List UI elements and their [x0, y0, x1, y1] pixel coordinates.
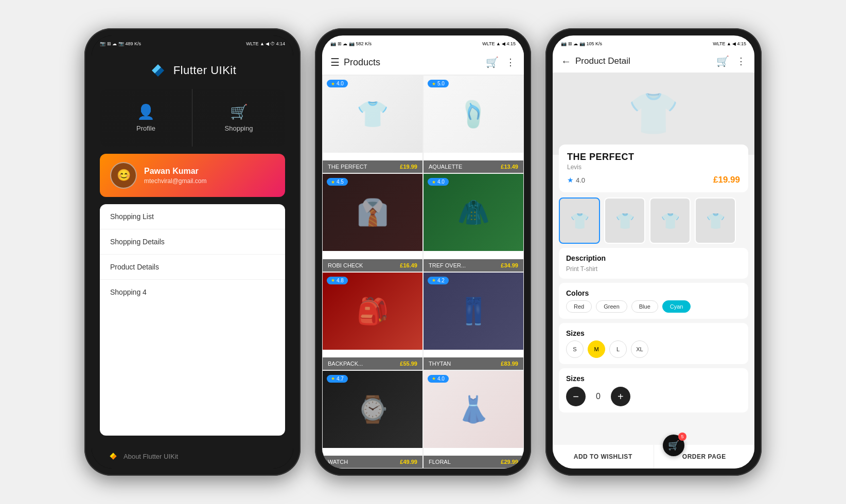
product-hero: 👕 — [553, 73, 754, 155]
rating-badge-4: ★ 4.8 — [327, 277, 348, 284]
sizes-label: Sizes — [566, 329, 741, 337]
phone-1: 📷 ⊞ ☁ 📷 489 K/s WLTE ▲ ◀ ⏱ 4:14 Flutter … — [84, 28, 301, 476]
menu-item-shopping-list[interactable]: Shopping List — [100, 204, 285, 229]
product-footer-0: THE PERFECT £19.99 — [323, 160, 422, 173]
menu-list: Shopping List Shopping Details Product D… — [100, 204, 285, 436]
rating-badge-5: ★ 4.2 — [428, 277, 449, 284]
sizes-section: Sizes S M L XL — [559, 323, 748, 364]
phone1-main-content: Flutter UIKit 👤 Profile 🛒 Shopping 😊 Paw… — [92, 50, 293, 469]
product-card-2[interactable]: 👔 ★ 4.5 ROBI CHECK £16.49 — [322, 173, 423, 272]
product-card-1[interactable]: 🩴 ★ 5.0 AQUALETTE £13.49 — [423, 75, 524, 173]
product-footer-2: ROBI CHECK £16.49 — [323, 259, 422, 272]
color-chip-cyan[interactable]: Cyan — [662, 300, 691, 313]
description-section: Description Print T-shirt — [559, 248, 748, 279]
status-right-2: WLTE ▲ ◀ 4:15 — [482, 41, 516, 46]
cart-badge: 5 — [678, 433, 686, 441]
size-chip-l[interactable]: L — [609, 340, 627, 358]
color-chip-green[interactable]: Green — [596, 300, 627, 313]
product-card-5[interactable]: 👖 ★ 4.2 THYTAN £83.99 — [423, 272, 524, 370]
status-bar-1: 📷 ⊞ ☁ 📷 489 K/s WLTE ▲ ◀ ⏱ 4:14 — [92, 35, 293, 50]
profile-grid-item[interactable]: 👤 Profile — [100, 89, 192, 147]
phone2-main-content: ☰ Products 🛒 ⋮ 👕 ★ 4.0 — [322, 50, 524, 469]
thumb-1[interactable]: 👕 — [604, 197, 645, 244]
quantity-row: − 0 + — [566, 387, 741, 406]
thumb-2[interactable]: 👕 — [649, 197, 691, 244]
profile-grid-label: Profile — [136, 124, 155, 132]
star-icon-3: ★ — [432, 179, 436, 185]
rating-badge-3: ★ 4.0 — [428, 178, 449, 186]
detail-app-bar-icons: 🛒 ⋮ — [716, 55, 746, 67]
products-grid: 👕 ★ 4.0 THE PERFECT £19.99 🩴 — [322, 75, 524, 469]
detail-rating-row: ★ 4.0 £19.99 — [567, 175, 740, 185]
product-card-6[interactable]: ⌚ ★ 4.7 WATCH £49.99 — [322, 370, 423, 469]
product-footer-7: FLORAL £29.99 — [424, 456, 523, 468]
star-icon-1: ★ — [432, 81, 436, 86]
rating-badge-6: ★ 4.7 — [327, 375, 348, 383]
color-chip-red[interactable]: Red — [566, 300, 592, 313]
products-title: Products — [344, 57, 486, 68]
color-chip-blue[interactable]: Blue — [631, 300, 658, 313]
size-chip-xl[interactable]: XL — [631, 340, 648, 358]
star-icon-7: ★ — [432, 376, 436, 381]
cart-fab-icon: 🛒 — [668, 440, 679, 451]
menu-item-product-details[interactable]: Product Details — [100, 255, 285, 280]
colors-label: Colors — [566, 289, 741, 297]
star-icon-2: ★ — [331, 179, 335, 185]
status-bar-2: 📷 ⊞ ☁ 📷 582 K/s WLTE ▲ ◀ 4:15 — [322, 35, 524, 50]
quantity-increase-button[interactable]: + — [611, 387, 630, 406]
phone-3: 📷 ⊞ ☁ 📷 105 K/s WLTE ▲ ◀ 4:15 ← Product … — [545, 28, 762, 476]
detail-more-icon[interactable]: ⋮ — [736, 56, 746, 67]
color-row: Red Green Blue Cyan — [566, 300, 741, 313]
cart-fab-button[interactable]: 🛒 5 — [663, 435, 684, 456]
hero-placeholder: 👕 — [628, 89, 679, 138]
flutter-small-logo-icon — [108, 451, 118, 461]
menu-item-shopping-4[interactable]: Shopping 4 — [100, 280, 285, 304]
thumbnails-row: 👕 👕 👕 👕 — [559, 197, 748, 244]
menu-item-shopping-details[interactable]: Shopping Details — [100, 229, 285, 255]
product-card-7[interactable]: 👗 ★ 4.0 FLORAL £29.99 — [423, 370, 524, 469]
status-bar-3: 📷 ⊞ ☁ 📷 105 K/s WLTE ▲ ◀ 4:15 — [553, 35, 754, 50]
star-icon-5: ★ — [432, 278, 436, 283]
profile-grid: 👤 Profile 🛒 Shopping — [100, 89, 285, 147]
description-label: Description — [566, 254, 741, 262]
product-card-0[interactable]: 👕 ★ 4.0 THE PERFECT £19.99 — [322, 75, 423, 173]
detail-cart-icon[interactable]: 🛒 — [716, 55, 729, 67]
detail-app-bar: ← Product Detail 🛒 ⋮ — [553, 50, 754, 73]
add-to-wishlist-button[interactable]: ADD TO WISHLIST — [553, 445, 654, 469]
status-left-1: 📷 ⊞ ☁ 📷 489 K/s — [100, 41, 141, 46]
product-card-3[interactable]: 🧥 ★ 4.0 TREF OVER... £34.99 — [423, 173, 524, 272]
back-icon[interactable]: ← — [561, 56, 571, 67]
profile-grid-icon: 👤 — [137, 103, 155, 120]
product-footer-3: TREF OVER... £34.99 — [424, 259, 523, 272]
about-section[interactable]: About Flutter UIKit — [92, 444, 293, 469]
size-row: S M L XL — [566, 340, 741, 358]
description-text: Print T-shirt — [566, 265, 741, 273]
quantity-label: Sizes — [566, 374, 741, 383]
quantity-decrease-button[interactable]: − — [566, 387, 586, 406]
more-icon[interactable]: ⋮ — [506, 57, 516, 68]
thumb-0[interactable]: 👕 — [559, 197, 600, 244]
status-right-1: WLTE ▲ ◀ ⏱ 4:14 — [246, 41, 285, 46]
shopping-grid-label: Shopping — [225, 124, 253, 132]
shopping-grid-item[interactable]: 🛒 Shopping — [192, 89, 285, 147]
detail-product-title: THE PERFECT — [567, 152, 740, 163]
phone3-main-content: ← Product Detail 🛒 ⋮ 👕 THE PERFECT Levis… — [553, 50, 754, 469]
flutter-header: Flutter UIKit — [92, 50, 293, 89]
status-icons-3: 📷 ⊞ ☁ 📷 — [561, 41, 585, 46]
hamburger-icon[interactable]: ☰ — [330, 56, 340, 68]
rating-badge-7: ★ 4.0 — [428, 375, 449, 383]
product-card-4[interactable]: 🎒 ★ 4.8 BACKPACK... £55.99 — [322, 272, 423, 370]
size-chip-s[interactable]: S — [566, 340, 584, 358]
quantity-section: Sizes − 0 + — [559, 368, 748, 412]
star-icon-0: ★ — [331, 81, 335, 86]
flutter-logo-icon — [149, 61, 167, 80]
status-icons-2: 📷 ⊞ ☁ 📷 — [330, 41, 355, 46]
detail-title: Product Detail — [575, 56, 716, 66]
cart-icon[interactable]: 🛒 — [486, 56, 499, 68]
size-chip-m[interactable]: M — [588, 340, 605, 358]
star-icon-4: ★ — [331, 278, 335, 283]
user-info: Pawan Kumar mtechviral@gmail.com — [144, 167, 275, 185]
user-card[interactable]: 😊 Pawan Kumar mtechviral@gmail.com — [100, 154, 285, 197]
status-right-3: WLTE ▲ ◀ 4:15 — [713, 41, 746, 46]
thumb-3[interactable]: 👕 — [695, 197, 736, 244]
